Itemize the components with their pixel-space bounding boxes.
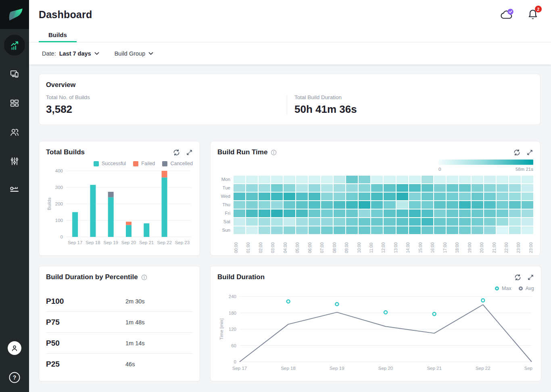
help-button[interactable]: ? xyxy=(8,371,21,384)
heatmap-cell[interactable] xyxy=(309,218,320,226)
heatmap-cell[interactable] xyxy=(484,218,496,226)
heatmap-cell[interactable] xyxy=(371,193,383,200)
heatmap-cell[interactable] xyxy=(346,209,358,217)
heatmap-cell[interactable] xyxy=(434,209,446,217)
heatmap-cell[interactable] xyxy=(384,201,395,209)
sidebar-item-members[interactable] xyxy=(7,125,22,139)
heatmap-cell[interactable] xyxy=(509,218,521,226)
heatmap-cell[interactable] xyxy=(409,184,421,192)
heatmap-cell[interactable] xyxy=(271,193,283,200)
heatmap-cell[interactable] xyxy=(334,184,345,192)
heatmap-cell[interactable] xyxy=(371,184,383,192)
max-point[interactable] xyxy=(433,312,436,315)
heatmap-cell[interactable] xyxy=(522,201,533,209)
heatmap-cell[interactable] xyxy=(384,176,395,183)
heatmap-cell[interactable] xyxy=(271,218,283,226)
heatmap-cell[interactable] xyxy=(484,226,496,234)
heatmap-cell[interactable] xyxy=(259,193,270,200)
heatmap-cell[interactable] xyxy=(334,176,345,183)
heatmap-cell[interactable] xyxy=(309,184,320,192)
heatmap-cell[interactable] xyxy=(484,176,496,183)
heatmap-cell[interactable] xyxy=(234,201,245,209)
heatmap-cell[interactable] xyxy=(296,226,308,234)
heatmap-cell[interactable] xyxy=(359,201,370,209)
heatmap-cell[interactable] xyxy=(447,226,458,234)
heatmap-cell[interactable] xyxy=(447,176,458,183)
heatmap-cell[interactable] xyxy=(422,193,433,200)
legend-item-failed[interactable]: Failed xyxy=(133,160,155,167)
heatmap-cell[interactable] xyxy=(234,193,245,200)
heatmap-cell[interactable] xyxy=(359,209,370,217)
info-button[interactable] xyxy=(141,274,147,280)
heatmap-cell[interactable] xyxy=(234,218,245,226)
heatmap-cell[interactable] xyxy=(359,193,370,200)
heatmap-cell[interactable] xyxy=(346,176,358,183)
heatmap-cell[interactable] xyxy=(497,218,508,226)
heatmap-cell[interactable] xyxy=(296,201,308,209)
heatmap-cell[interactable] xyxy=(271,201,283,209)
heatmap-cell[interactable] xyxy=(334,193,345,200)
heatmap-cell[interactable] xyxy=(522,176,533,183)
heatmap-cell[interactable] xyxy=(409,226,421,234)
heatmap-cell[interactable] xyxy=(509,201,521,209)
heatmap-cell[interactable] xyxy=(271,176,283,183)
heatmap-cell[interactable] xyxy=(246,184,258,192)
heatmap-cell[interactable] xyxy=(459,218,471,226)
heatmap-cell[interactable] xyxy=(371,226,383,234)
heatmap-cell[interactable] xyxy=(384,226,395,234)
heatmap-cell[interactable] xyxy=(447,201,458,209)
heatmap-cell[interactable] xyxy=(371,218,383,226)
heatmap-cell[interactable] xyxy=(334,226,345,234)
heatmap-cell[interactable] xyxy=(522,226,533,234)
heatmap-cell[interactable] xyxy=(397,193,408,200)
heatmap-cell[interactable] xyxy=(397,176,408,183)
heatmap-cell[interactable] xyxy=(359,226,370,234)
heatmap-cell[interactable] xyxy=(296,218,308,226)
heatmap-cell[interactable] xyxy=(246,226,258,234)
heatmap-cell[interactable] xyxy=(472,226,483,234)
heatmap-cell[interactable] xyxy=(334,209,345,217)
heatmap-cell[interactable] xyxy=(384,209,395,217)
heatmap-cell[interactable] xyxy=(234,209,245,217)
heatmap-cell[interactable] xyxy=(509,176,521,183)
heatmap-cell[interactable] xyxy=(434,176,446,183)
heatmap-cell[interactable] xyxy=(497,176,508,183)
heatmap-cell[interactable] xyxy=(397,218,408,226)
heatmap-cell[interactable] xyxy=(259,184,270,192)
heatmap-cell[interactable] xyxy=(246,209,258,217)
heatmap-cell[interactable] xyxy=(459,209,471,217)
bar-segment-successful[interactable] xyxy=(108,197,114,237)
heatmap-cell[interactable] xyxy=(284,209,295,217)
heatmap-cell[interactable] xyxy=(284,201,295,209)
heatmap-cell[interactable] xyxy=(246,201,258,209)
heatmap-cell[interactable] xyxy=(497,184,508,192)
heatmap-cell[interactable] xyxy=(409,176,421,183)
heatmap-cell[interactable] xyxy=(459,176,471,183)
notifications-button[interactable]: 2 xyxy=(528,8,538,21)
sidebar-item-dashboards[interactable] xyxy=(7,96,22,110)
heatmap-cell[interactable] xyxy=(246,193,258,200)
heatmap-cell[interactable] xyxy=(447,218,458,226)
heatmap-cell[interactable] xyxy=(371,176,383,183)
heatmap-cell[interactable] xyxy=(522,193,533,200)
heatmap-cell[interactable] xyxy=(321,209,333,217)
info-button[interactable] xyxy=(271,149,277,156)
cloud-status-button[interactable] xyxy=(500,8,514,21)
bar-segment-successful[interactable] xyxy=(162,177,167,237)
heatmap-cell[interactable] xyxy=(434,218,446,226)
heatmap-cell[interactable] xyxy=(296,193,308,200)
heatmap-cell[interactable] xyxy=(284,218,295,226)
heatmap-cell[interactable] xyxy=(296,184,308,192)
heatmap-cell[interactable] xyxy=(309,209,320,217)
heatmap-cell[interactable] xyxy=(371,201,383,209)
heatmap-cell[interactable] xyxy=(459,201,471,209)
heatmap-cell[interactable] xyxy=(334,201,345,209)
bar-segment-failed[interactable] xyxy=(162,171,167,177)
heatmap-cell[interactable] xyxy=(509,209,521,217)
heatmap-cell[interactable] xyxy=(321,184,333,192)
legend-item-max[interactable]: Max xyxy=(495,285,511,292)
heatmap-cell[interactable] xyxy=(359,176,370,183)
heatmap-cell[interactable] xyxy=(284,226,295,234)
heatmap-cell[interactable] xyxy=(284,176,295,183)
heatmap-cell[interactable] xyxy=(422,184,433,192)
